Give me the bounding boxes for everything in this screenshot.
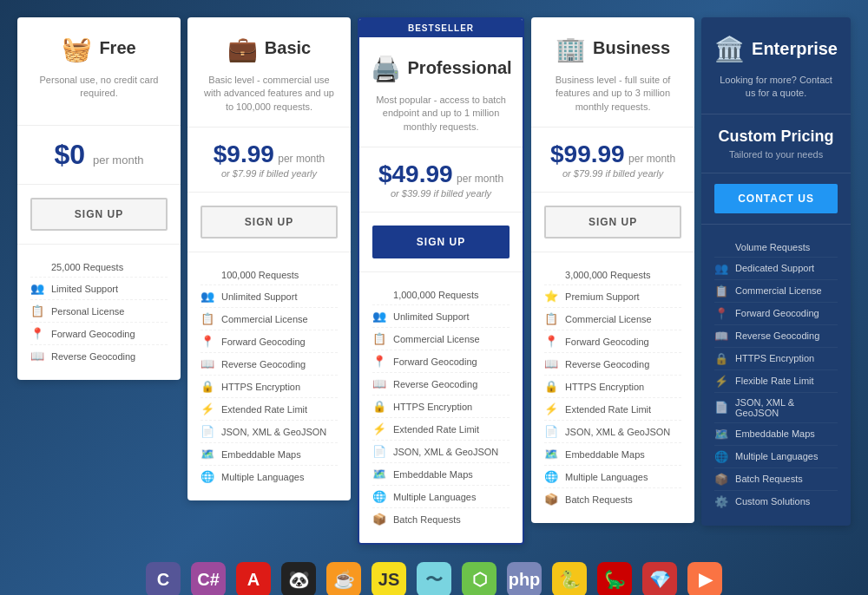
feature-item: 📋 Commercial License (372, 328, 510, 350)
plan-icon: 🏢 (556, 35, 586, 63)
feature-text: Extended Rate Limit (393, 424, 479, 435)
enterprise-feature-item: 🌐 Multiple Languages (714, 446, 838, 468)
plan-desc: Most popular - access to batch endpoint … (372, 94, 510, 134)
features-list-business: 3,000,000 Requests ⭐ Premium Support 📋 C… (531, 252, 694, 523)
feature-item: 📍 Forward Geocoding (30, 323, 168, 345)
feature-icon: 🔒 (714, 352, 728, 365)
feature-text: Premium Support (565, 291, 640, 302)
tech-logo-php: php (507, 562, 542, 595)
pricing-grid: 🧺 Free Personal use, no credit card requ… (17, 17, 851, 545)
plan-card-free: 🧺 Free Personal use, no credit card requ… (17, 17, 181, 380)
enterprise-feature-item: 📖 Reverse Geocoding (714, 325, 838, 348)
signup-section[interactable]: SIGN UP (531, 193, 694, 252)
feature-item: ⚡ Extended Rate Limit (544, 398, 681, 421)
feature-item: 📄 JSON, XML & GeoJSON (544, 421, 681, 443)
feature-item: 📖 Reverse Geocoding (372, 373, 510, 396)
contact-us-button[interactable]: CONTACT US (714, 184, 838, 213)
signup-section[interactable]: SIGN UP (187, 193, 351, 252)
feature-text: Batch Requests (393, 514, 461, 525)
plan-price: $9.99 per month (201, 141, 338, 168)
feature-item: 👥 Unlimited Support (201, 285, 338, 308)
feature-item: 👥 Unlimited Support (372, 305, 510, 328)
signup-button-basic[interactable]: SIGN UP (201, 206, 338, 239)
feature-icon: 🌐 (714, 450, 728, 463)
feature-text: Commercial License (393, 334, 480, 344)
tech-logos-bar: CC#A🐼☕JS〜⬡php🐍🦕💎▶ (17, 549, 851, 595)
feature-text: Extended Rate Limit (221, 404, 307, 415)
feature-text: Reverse Geocoding (565, 359, 649, 369)
enterprise-feature-item: 🗺️ Embeddable Maps (714, 423, 838, 446)
feature-icon: 🗺️ (201, 448, 214, 461)
feature-icon: 📋 (30, 304, 44, 317)
feature-item: 🌐 Multiple Languages (372, 486, 510, 508)
feature-icon: 📖 (714, 330, 728, 343)
feature-icon: 📍 (372, 355, 386, 368)
feature-text: 25,000 Requests (51, 262, 123, 272)
plan-desc: Basic level - commercial use with advanc… (201, 74, 338, 114)
plan-header: 💼 Basic Basic level - commercial use wit… (187, 17, 351, 128)
feature-icon: 📖 (372, 377, 386, 390)
signup-button-free[interactable]: SIGN UP (30, 198, 168, 231)
feature-item: 🌐 Multiple Languages (201, 466, 338, 487)
feature-text: HTTPS Encryption (735, 353, 814, 363)
feature-icon: ⚡ (201, 402, 214, 415)
feature-text: Reverse Geocoding (735, 330, 819, 341)
feature-text: HTTPS Encryption (221, 382, 300, 392)
feature-icon: 📋 (201, 312, 214, 325)
feature-icon: 📍 (544, 335, 558, 348)
feature-text: Forward Geocoding (735, 308, 819, 318)
price-yearly: or $39.99 if billed yearly (372, 188, 510, 199)
signup-button-business[interactable]: SIGN UP (544, 206, 681, 239)
enterprise-feature-item: 📄 JSON, XML & GeoJSON (714, 393, 838, 423)
feature-text: 3,000,000 Requests (565, 270, 650, 280)
plan-card-professional: BESTSELLER 🖨️ Professional Most popular … (358, 17, 524, 545)
feature-icon: 📄 (201, 425, 214, 438)
feature-text: Limited Support (51, 284, 118, 294)
plan-header: 🧺 Free Personal use, no credit card requ… (17, 17, 181, 126)
plan-price-section: $99.99 per month or $79.99 if billed yea… (531, 128, 694, 193)
feature-text: Commercial License (565, 314, 652, 324)
signup-section[interactable]: SIGN UP (17, 185, 181, 245)
enterprise-pricing: Custom Pricing Tailored to your needs (701, 114, 851, 173)
feature-text: 100,000 Requests (221, 270, 299, 280)
plan-header: 🖨️ Professional Most popular - access to… (359, 37, 523, 147)
plan-name: Basic (265, 38, 311, 58)
feature-icon: 🌐 (201, 470, 214, 483)
signup-section[interactable]: SIGN UP (359, 212, 523, 272)
feature-text: HTTPS Encryption (565, 382, 644, 392)
feature-item: 🌐 Multiple Languages (544, 466, 681, 488)
feature-icon: 👥 (372, 310, 386, 323)
plan-icon: 🧺 (62, 35, 92, 63)
enterprise-feature-item: 📍 Forward Geocoding (714, 303, 838, 325)
feature-item: ⚡ Extended Rate Limit (201, 398, 338, 421)
feature-text: Unlimited Support (221, 291, 297, 302)
tech-logo-angular: A (236, 562, 271, 595)
feature-item: 📋 Personal License (30, 300, 168, 323)
feature-icon: 📖 (544, 357, 558, 370)
contact-section[interactable]: CONTACT US (701, 173, 851, 225)
feature-text: Dedicated Support (735, 263, 814, 273)
feature-item: 📖 Reverse Geocoding (30, 345, 168, 367)
feature-icon: 📄 (714, 401, 728, 414)
feature-text: Forward Geocoding (393, 356, 477, 367)
feature-icon: ⚡ (544, 402, 558, 415)
tech-logo-rails: 🦕 (597, 562, 632, 595)
signup-button-professional[interactable]: SIGN UP (372, 226, 510, 258)
plan-card-business: 🏢 Business Business level - full suite o… (531, 17, 694, 523)
plan-price-section: $0 per month (17, 126, 181, 185)
feature-text: Personal License (51, 306, 124, 317)
enterprise-feature-item: ⚡ Flexible Rate Limit (714, 370, 838, 393)
feature-text: Forward Geocoding (221, 337, 306, 347)
plan-price: $99.99 per month (544, 141, 681, 168)
feature-text: Multiple Languages (565, 472, 648, 482)
price-amount: $99.99 (550, 141, 625, 167)
feature-icon: ⚙️ (714, 495, 728, 508)
price-per: per month (278, 153, 325, 165)
feature-icon: 👥 (714, 262, 728, 275)
custom-pricing-title: Custom Pricing (714, 128, 838, 146)
plan-icon: 💼 (227, 35, 258, 63)
feature-text: Extended Rate Limit (565, 404, 651, 415)
enterprise-feature-item: 📦 Batch Requests (714, 468, 838, 491)
plan-name: Enterprise (752, 39, 838, 59)
feature-icon: 📖 (30, 350, 44, 363)
